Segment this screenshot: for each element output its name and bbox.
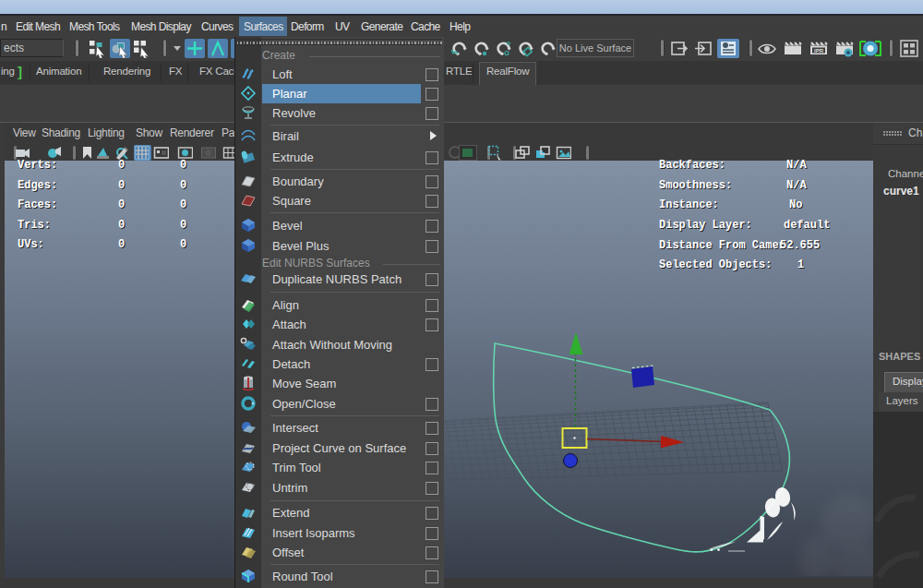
svg-text:IPR: IPR	[814, 48, 824, 54]
